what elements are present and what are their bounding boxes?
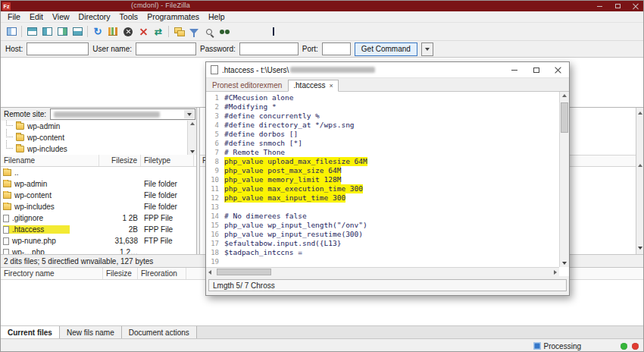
- tab-close-icon[interactable]: ×: [330, 82, 333, 90]
- editor-line[interactable]: 11 php_value max_execution_time 300: [206, 184, 559, 193]
- column-header-directory-name[interactable]: Firectory name: [1, 268, 103, 279]
- process-queue-button[interactable]: [105, 24, 120, 39]
- remote-site-dropdown[interactable]: [184, 110, 194, 118]
- menu-item[interactable]: Help: [204, 11, 230, 22]
- editor-line[interactable]: 19: [206, 257, 559, 266]
- editor-line[interactable]: 12 php_value max_input_time 300: [206, 193, 559, 203]
- editor-horizontal-scrollbar[interactable]: [206, 267, 559, 276]
- editor-line[interactable]: 2 #Modifying *: [206, 102, 559, 112]
- editor-body[interactable]: 1 #CMecusion alone 2 #Modifying * 3 #def…: [206, 92, 569, 267]
- line-text: $efaultabow.input.snd({L13}: [224, 239, 341, 248]
- tree-item[interactable]: wp-content: [1, 132, 196, 143]
- file-row[interactable]: wp-includes File folder: [1, 201, 196, 212]
- editor-line[interactable]: 9 php_value post_max_size 64M: [206, 166, 559, 175]
- minimize-button[interactable]: [590, 1, 608, 11]
- find-files-button[interactable]: [202, 24, 217, 39]
- file-row[interactable]: .htaccess 2B FPP File: [1, 224, 196, 235]
- password-input[interactable]: [239, 42, 299, 55]
- scroll-up-icon[interactable]: [190, 122, 195, 125]
- queue-tab[interactable]: Document actions: [122, 326, 197, 338]
- tree-item[interactable]: wp-includes: [1, 143, 196, 155]
- right-panel-scrollbar[interactable]: [636, 108, 644, 254]
- column-header-operation[interactable]: Flreoration: [138, 268, 186, 279]
- scroll-right-icon[interactable]: [554, 270, 557, 275]
- close-button[interactable]: [627, 1, 644, 11]
- editor-line[interactable]: 10 php_value memory_limit 128M: [206, 175, 559, 184]
- scroll-down-icon[interactable]: [562, 262, 567, 265]
- column-header-filesize[interactable]: Filesize: [103, 268, 138, 279]
- scroll-left-icon[interactable]: [208, 270, 211, 275]
- file-row[interactable]: wp-nune.php 31,638 FTP File: [1, 235, 196, 247]
- get-command-button[interactable]: Get Command: [355, 42, 417, 56]
- menu-item[interactable]: Edit: [25, 11, 48, 22]
- editor-line[interactable]: 13: [206, 203, 559, 212]
- editor-line[interactable]: 15 php_value wp_input_length("/onv"): [206, 221, 559, 230]
- menu-item[interactable]: Programmates: [142, 11, 204, 22]
- file-name-cell: .gitignore: [1, 214, 99, 222]
- tree-item[interactable]: wp-admin: [1, 121, 196, 132]
- toggle-remote-tree-button[interactable]: [55, 24, 70, 39]
- editor-line[interactable]: 5 #define dorbos []: [206, 130, 559, 139]
- editor-tab-inactive[interactable]: Pronest editorexmen: [211, 80, 288, 91]
- file-name-highlight: wp-includes: [3, 203, 55, 211]
- refresh-button[interactable]: ↻: [90, 24, 105, 39]
- scroll-down-icon[interactable]: [638, 247, 642, 250]
- queue-tab[interactable]: Current files: [1, 326, 60, 338]
- quickconnect-dropdown-button[interactable]: [421, 42, 433, 56]
- line-text: # No dimerees false: [224, 212, 307, 221]
- toggle-log-button[interactable]: [24, 24, 39, 39]
- editor-line[interactable]: 18 $tadpach_intccns =: [206, 248, 559, 257]
- editor-tab-active[interactable]: .htaccess ×: [288, 80, 339, 92]
- editor-line[interactable]: 7 # Remote Thone: [206, 148, 559, 157]
- maximize-button[interactable]: [608, 1, 627, 11]
- server-view-button[interactable]: [232, 24, 247, 39]
- port-input[interactable]: [322, 42, 351, 55]
- search-button[interactable]: [217, 24, 232, 39]
- editor-line[interactable]: 6 #define snmoch [*]: [206, 139, 559, 148]
- file-row[interactable]: wp-content File folder: [1, 190, 196, 201]
- menu-item[interactable]: Tools: [115, 11, 143, 22]
- menu-item[interactable]: View: [48, 11, 74, 22]
- sync-browsing-button[interactable]: ⇄: [151, 24, 166, 39]
- scroll-up-icon[interactable]: [638, 112, 642, 115]
- scrollbar-thumb[interactable]: [217, 269, 271, 275]
- scrollbar-thumb[interactable]: [561, 102, 568, 133]
- editor-line[interactable]: 17 $efaultabow.input.snd({L13}: [206, 239, 559, 248]
- host-input[interactable]: [27, 42, 89, 55]
- editor-maximize-button[interactable]: [525, 62, 547, 77]
- column-header-filetype[interactable]: Filetype: [141, 155, 194, 166]
- disconnect-button[interactable]: [136, 24, 151, 39]
- editor-close-button[interactable]: [547, 62, 569, 77]
- menu-item[interactable]: Directory: [74, 11, 115, 22]
- column-header-filesize[interactable]: Filesize: [99, 155, 141, 166]
- remote-site-combo[interactable]: [50, 108, 195, 120]
- scroll-up-icon[interactable]: [638, 164, 642, 167]
- editor-line[interactable]: 14 # No dimerees false: [206, 212, 559, 221]
- editor-vertical-scrollbar[interactable]: [559, 92, 569, 267]
- scroll-down-icon[interactable]: [190, 150, 195, 153]
- processing-indicator: Processing: [533, 342, 581, 350]
- toggle-queue-button[interactable]: [70, 24, 85, 39]
- scroll-up-icon[interactable]: [562, 94, 567, 97]
- file-row[interactable]: .gitignore 1 2B FPP File: [1, 212, 196, 224]
- cancel-button[interactable]: [120, 24, 136, 39]
- line-text: php_value wp_input_resutime(300): [224, 230, 363, 239]
- file-row[interactable]: wp-…php 1,2…: [1, 247, 196, 254]
- tree-scrollbar[interactable]: [187, 121, 196, 155]
- menu-item[interactable]: File: [3, 11, 25, 22]
- filter-button[interactable]: [186, 24, 202, 39]
- toggle-local-tree-button[interactable]: [39, 24, 55, 39]
- editor-line[interactable]: 1 #CMecusion alone: [206, 93, 559, 102]
- username-input[interactable]: [136, 42, 196, 55]
- editor-line[interactable]: 3 #define concurrently %: [206, 112, 559, 121]
- editor-minimize-button[interactable]: [503, 62, 525, 77]
- editor-line[interactable]: 16 php_value wp_input_resutime(300): [206, 230, 559, 239]
- file-row[interactable]: wp-admin File folder: [1, 178, 196, 190]
- column-header-filename[interactable]: Filename: [1, 155, 99, 166]
- file-row[interactable]: ..: [1, 167, 196, 178]
- directory-compare-button[interactable]: [171, 24, 186, 39]
- site-manager-button[interactable]: [4, 24, 19, 39]
- editor-line[interactable]: 8 php_value upload_max_filesize 64M: [206, 157, 559, 166]
- queue-tab[interactable]: New fils name: [60, 326, 122, 338]
- editor-line[interactable]: 4 #define directory_at */wps.sng: [206, 121, 559, 130]
